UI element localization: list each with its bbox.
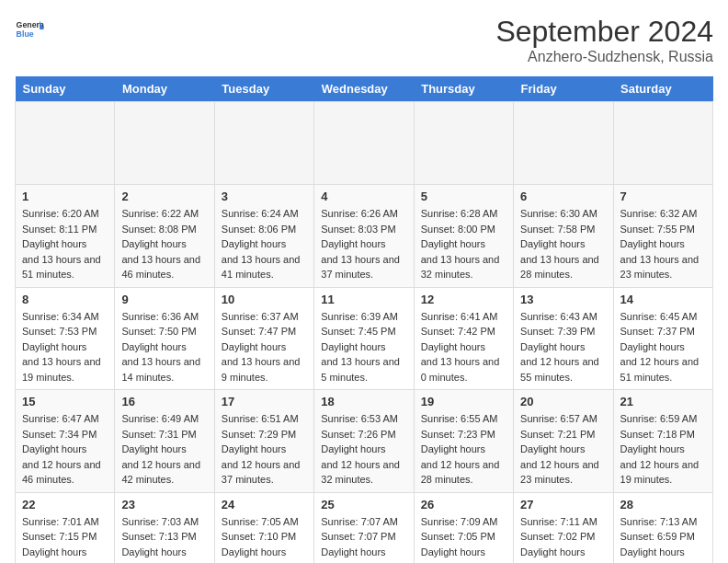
- calendar-cell: 12Sunrise: 6:41 AMSunset: 7:42 PMDayligh…: [414, 287, 513, 390]
- col-header-tuesday: Tuesday: [214, 76, 313, 102]
- day-info: Sunrise: 6:51 AMSunset: 7:29 PMDaylight …: [222, 411, 307, 488]
- calendar-cell: 9Sunrise: 6:36 AMSunset: 7:50 PMDaylight…: [115, 287, 214, 390]
- day-info: Sunrise: 6:32 AMSunset: 7:55 PMDaylight …: [620, 206, 706, 282]
- day-info: Sunrise: 6:45 AMSunset: 7:37 PMDaylight …: [620, 309, 706, 385]
- day-number: 6: [520, 190, 606, 203]
- day-number: 15: [22, 395, 108, 408]
- day-info: Sunrise: 6:39 AMSunset: 7:45 PMDaylight …: [321, 309, 406, 385]
- calendar-cell: 17Sunrise: 6:51 AMSunset: 7:29 PMDayligh…: [214, 390, 313, 493]
- calendar-cell: [514, 102, 613, 185]
- day-number: 26: [421, 498, 506, 511]
- day-info: Sunrise: 6:47 AMSunset: 7:34 PMDaylight …: [22, 411, 108, 488]
- calendar-cell: 22Sunrise: 7:01 AMSunset: 7:15 PMDayligh…: [16, 492, 115, 563]
- day-info: Sunrise: 6:28 AMSunset: 8:00 PMDaylight …: [421, 206, 506, 282]
- calendar-cell: [314, 102, 414, 185]
- day-info: Sunrise: 6:26 AMSunset: 8:03 PMDaylight …: [321, 206, 406, 282]
- day-number: 22: [22, 498, 108, 511]
- calendar-cell: 15Sunrise: 6:47 AMSunset: 7:34 PMDayligh…: [16, 390, 115, 493]
- calendar-cell: 6Sunrise: 6:30 AMSunset: 7:58 PMDaylight…: [514, 185, 613, 288]
- calendar-cell: [613, 102, 712, 185]
- calendar-cell: 16Sunrise: 6:49 AMSunset: 7:31 PMDayligh…: [115, 390, 214, 493]
- day-info: Sunrise: 7:13 AMSunset: 6:59 PMDaylight …: [620, 514, 706, 564]
- calendar-table: SundayMondayTuesdayWednesdayThursdayFrid…: [15, 76, 713, 563]
- day-number: 12: [421, 293, 506, 306]
- day-number: 19: [421, 395, 506, 408]
- calendar-cell: 18Sunrise: 6:53 AMSunset: 7:26 PMDayligh…: [314, 390, 414, 493]
- day-info: Sunrise: 6:22 AMSunset: 8:08 PMDaylight …: [121, 206, 207, 282]
- title-block: September 2024 Anzhero-Sudzhensk, Russia: [495, 15, 713, 65]
- day-info: Sunrise: 6:53 AMSunset: 7:26 PMDaylight …: [321, 411, 406, 488]
- day-number: 3: [222, 190, 307, 203]
- day-info: Sunrise: 7:11 AMSunset: 7:02 PMDaylight …: [520, 514, 606, 564]
- calendar-cell: [414, 102, 513, 185]
- day-info: Sunrise: 7:09 AMSunset: 7:05 PMDaylight …: [421, 514, 506, 564]
- day-number: 20: [520, 395, 606, 408]
- calendar-week-4: 22Sunrise: 7:01 AMSunset: 7:15 PMDayligh…: [16, 492, 713, 563]
- col-header-saturday: Saturday: [613, 76, 712, 102]
- day-info: Sunrise: 7:05 AMSunset: 7:10 PMDaylight …: [222, 514, 307, 564]
- col-header-monday: Monday: [115, 76, 214, 102]
- calendar-cell: 24Sunrise: 7:05 AMSunset: 7:10 PMDayligh…: [214, 492, 313, 563]
- day-info: Sunrise: 6:43 AMSunset: 7:39 PMDaylight …: [520, 309, 606, 385]
- col-header-sunday: Sunday: [16, 76, 115, 102]
- day-number: 13: [520, 293, 606, 306]
- calendar-cell: 27Sunrise: 7:11 AMSunset: 7:02 PMDayligh…: [514, 492, 613, 563]
- calendar-cell: 7Sunrise: 6:32 AMSunset: 7:55 PMDaylight…: [613, 185, 712, 288]
- calendar-cell: 26Sunrise: 7:09 AMSunset: 7:05 PMDayligh…: [414, 492, 513, 563]
- calendar-cell: 4Sunrise: 6:26 AMSunset: 8:03 PMDaylight…: [314, 185, 414, 288]
- calendar-cell: 21Sunrise: 6:59 AMSunset: 7:18 PMDayligh…: [613, 390, 712, 493]
- calendar-cell: 23Sunrise: 7:03 AMSunset: 7:13 PMDayligh…: [115, 492, 214, 563]
- logo-icon: General Blue: [15, 15, 44, 44]
- calendar-cell: 8Sunrise: 6:34 AMSunset: 7:53 PMDaylight…: [16, 287, 115, 390]
- calendar-cell: 5Sunrise: 6:28 AMSunset: 8:00 PMDaylight…: [414, 185, 513, 288]
- day-info: Sunrise: 6:57 AMSunset: 7:21 PMDaylight …: [520, 411, 606, 488]
- day-info: Sunrise: 6:55 AMSunset: 7:23 PMDaylight …: [421, 411, 506, 488]
- day-info: Sunrise: 6:49 AMSunset: 7:31 PMDaylight …: [121, 411, 207, 488]
- day-number: 16: [121, 395, 207, 408]
- calendar-cell: [214, 102, 313, 185]
- day-number: 4: [321, 190, 406, 203]
- svg-text:Blue: Blue: [17, 29, 34, 39]
- day-number: 23: [121, 498, 207, 511]
- calendar-cell: 19Sunrise: 6:55 AMSunset: 7:23 PMDayligh…: [414, 390, 513, 493]
- calendar-cell: 28Sunrise: 7:13 AMSunset: 6:59 PMDayligh…: [613, 492, 712, 563]
- day-info: Sunrise: 6:20 AMSunset: 8:11 PMDaylight …: [22, 206, 108, 282]
- day-number: 2: [121, 190, 207, 203]
- day-info: Sunrise: 7:07 AMSunset: 7:07 PMDaylight …: [321, 514, 406, 564]
- day-info: Sunrise: 6:30 AMSunset: 7:58 PMDaylight …: [520, 206, 606, 282]
- day-info: Sunrise: 7:03 AMSunset: 7:13 PMDaylight …: [121, 514, 207, 564]
- header-row: SundayMondayTuesdayWednesdayThursdayFrid…: [16, 76, 713, 102]
- day-info: Sunrise: 6:41 AMSunset: 7:42 PMDaylight …: [421, 309, 506, 385]
- logo: General Blue: [15, 15, 44, 44]
- calendar-cell: 20Sunrise: 6:57 AMSunset: 7:21 PMDayligh…: [514, 390, 613, 493]
- calendar-cell: 2Sunrise: 6:22 AMSunset: 8:08 PMDaylight…: [115, 185, 214, 288]
- col-header-friday: Friday: [514, 76, 613, 102]
- calendar-cell: [115, 102, 214, 185]
- page-header: General Blue September 2024 Anzhero-Sudz…: [15, 15, 713, 65]
- calendar-cell: 13Sunrise: 6:43 AMSunset: 7:39 PMDayligh…: [514, 287, 613, 390]
- day-number: 10: [222, 293, 307, 306]
- calendar-cell: 14Sunrise: 6:45 AMSunset: 7:37 PMDayligh…: [613, 287, 712, 390]
- calendar-cell: 25Sunrise: 7:07 AMSunset: 7:07 PMDayligh…: [314, 492, 414, 563]
- calendar-cell: 11Sunrise: 6:39 AMSunset: 7:45 PMDayligh…: [314, 287, 414, 390]
- day-number: 1: [22, 190, 108, 203]
- day-number: 8: [22, 293, 108, 306]
- day-number: 24: [222, 498, 307, 511]
- calendar-week-1: 1Sunrise: 6:20 AMSunset: 8:11 PMDaylight…: [16, 185, 713, 288]
- location: Anzhero-Sudzhensk, Russia: [495, 49, 713, 65]
- day-number: 27: [520, 498, 606, 511]
- day-number: 21: [620, 395, 706, 408]
- day-number: 25: [321, 498, 406, 511]
- calendar-cell: [16, 102, 115, 185]
- calendar-week-3: 15Sunrise: 6:47 AMSunset: 7:34 PMDayligh…: [16, 390, 713, 493]
- day-info: Sunrise: 6:34 AMSunset: 7:53 PMDaylight …: [22, 309, 108, 385]
- day-info: Sunrise: 6:59 AMSunset: 7:18 PMDaylight …: [620, 411, 706, 488]
- day-number: 18: [321, 395, 406, 408]
- col-header-wednesday: Wednesday: [314, 76, 414, 102]
- day-info: Sunrise: 6:36 AMSunset: 7:50 PMDaylight …: [121, 309, 207, 385]
- calendar-cell: 3Sunrise: 6:24 AMSunset: 8:06 PMDaylight…: [214, 185, 313, 288]
- col-header-thursday: Thursday: [414, 76, 513, 102]
- calendar-week-2: 8Sunrise: 6:34 AMSunset: 7:53 PMDaylight…: [16, 287, 713, 390]
- calendar-week-0: [16, 102, 713, 185]
- day-number: 9: [121, 293, 207, 306]
